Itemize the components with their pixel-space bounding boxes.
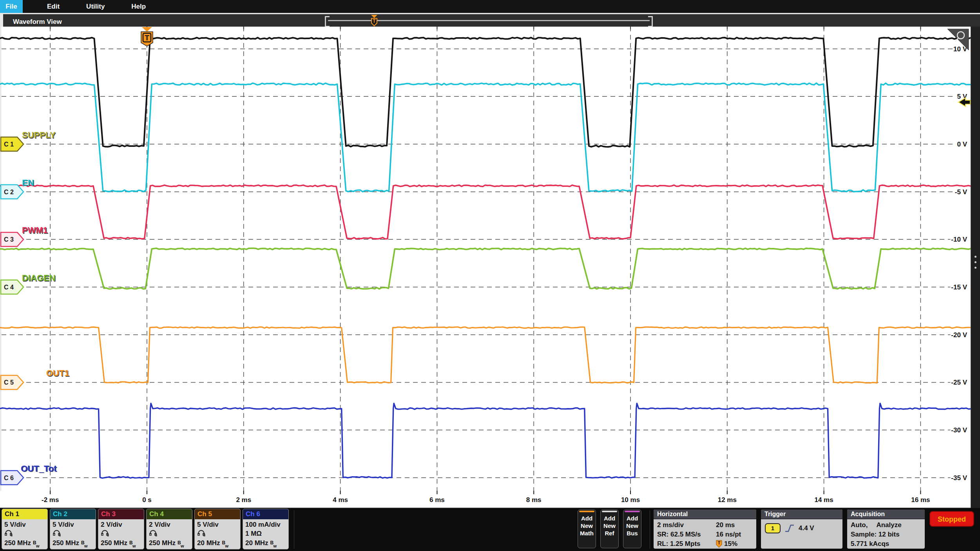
channel-scale: 100 mA/div (245, 520, 286, 529)
channel-scale: 5 V/div (53, 520, 93, 529)
waveform-plot[interactable]: C 1SUPPLYSUPPLYC 2ENENC 3PWM1PWM1C 4DIAG… (0, 27, 971, 508)
probe-icon (4, 529, 13, 537)
channel-badge-ch3[interactable]: Ch 32 V/div250 MHzBw (98, 509, 144, 549)
channel-label-SUPPLY: SUPPLY (22, 130, 56, 140)
channel-bandwidth: 20 MHzBw (245, 538, 286, 548)
tab-strip: Waveform View T (0, 13, 980, 27)
trigger-source-badge[interactable]: 1 (765, 523, 781, 533)
add-ref-line1: Add (601, 515, 618, 522)
channel-badge-label: Ch 5 (195, 509, 240, 519)
channel-badge-ch2[interactable]: Ch 25 V/div250 MHzBw (50, 509, 96, 549)
add-new-math-button[interactable]: Add New Math (578, 509, 596, 548)
bandwidth-limit-mark: Bw (222, 540, 228, 547)
channel-badge-ch5[interactable]: Ch 55 V/div20 MHzBw (194, 509, 241, 549)
bandwidth-limit-mark: Bw (178, 540, 184, 547)
bandwidth-limit-mark: Bw (81, 540, 87, 547)
channel-scale: 5 V/div (197, 520, 238, 529)
voltage-axis-label: -5 V (955, 188, 967, 196)
voltage-axis-label: -25 V (951, 379, 967, 386)
add-new-bus-button[interactable]: Add New Bus (623, 509, 641, 548)
svg-text:T: T (145, 34, 149, 42)
strip-handle-dot (975, 267, 976, 269)
probe-icon (149, 529, 158, 537)
trigger-panel-title: Trigger (761, 509, 842, 519)
right-scroll-strip[interactable] (971, 27, 980, 508)
bottom-bar: Ch 15 V/div250 MHzBw Ch 25 V/div250 MHzB… (0, 508, 980, 551)
channel-badge-ch4[interactable]: Ch 42 V/div250 MHzBw (146, 509, 192, 549)
voltage-axis-label: -10 V (951, 236, 967, 243)
run-stop-status-button[interactable]: Stopped (929, 511, 974, 527)
voltage-axis-label: -20 V (951, 331, 967, 339)
svg-text:T: T (373, 18, 376, 24)
probe-icon (101, 529, 109, 537)
channel-badge-label: Ch 1 (2, 509, 47, 519)
channel-bandwidth: 250 MHzBw (101, 538, 141, 548)
add-ref-line3: Ref (601, 529, 618, 537)
time-axis-label: 8 ms (526, 496, 542, 504)
trigger-level-value: 4.4 V (799, 524, 814, 532)
time-axis-label: 16 ms (911, 496, 930, 504)
channel-scale: 2 V/div (149, 520, 190, 529)
horizontal-window: 20 ms (716, 520, 755, 530)
strip-handle-dot (975, 261, 976, 263)
svg-text:C 1: C 1 (4, 141, 14, 148)
horizontal-scale: 2 ms/div (657, 520, 716, 530)
channel-scale: 5 V/div (4, 520, 45, 529)
add-math-line2: New (578, 522, 596, 529)
add-bus-line3: Bus (623, 529, 641, 537)
channel-scale: 2 V/div (101, 520, 141, 529)
voltage-axis-label: 0 V (957, 141, 967, 148)
bandwidth-limit-mark: Bw (270, 540, 277, 547)
sample-interval: 16 ns/pt (716, 530, 755, 539)
time-axis-label: 10 ms (621, 496, 640, 504)
svg-text:C 6: C 6 (4, 475, 14, 481)
channel-label-OUT1: OUT1 (46, 368, 69, 378)
channel-badge-label: Ch 6 (243, 509, 288, 519)
trigger-panel[interactable]: Trigger 1 4.4 V (761, 509, 842, 549)
svg-text:C 3: C 3 (4, 236, 14, 243)
acq-analyze: Analyze (876, 520, 901, 530)
acquisition-panel[interactable]: Acquisition Auto, Analyze Sample: 12 bit… (847, 509, 925, 549)
menu-help[interactable]: Help (123, 0, 154, 13)
add-math-line3: Math (578, 529, 596, 537)
acquisition-minimap[interactable]: T (325, 15, 653, 26)
add-new-ref-button[interactable]: Add New Ref (600, 509, 619, 548)
menu-file[interactable]: File (0, 0, 23, 13)
oscilloscope-app: File Edit Utility Help Waveform View T C… (0, 0, 980, 551)
channel-bandwidth: 250 MHzBw (149, 538, 190, 548)
separator (650, 510, 650, 549)
probe-icon (197, 529, 206, 537)
time-axis-label: 0 s (142, 496, 152, 504)
acq-mode: Auto, (851, 520, 868, 530)
svg-text:C 2: C 2 (4, 189, 14, 195)
time-axis-label: -2 ms (42, 496, 59, 504)
minimap-left-bracket (325, 16, 330, 27)
separator (294, 510, 294, 549)
channel-label-EN: EN (22, 178, 34, 188)
add-bus-line2: New (623, 522, 641, 529)
channel-label-OUT_Tot: OUT_Tot (21, 464, 57, 473)
acq-count: 5.771 kAcqs (851, 539, 925, 549)
channel-badge-label: Ch 4 (147, 509, 192, 519)
svg-text:C 5: C 5 (4, 379, 14, 386)
waveform-canvas[interactable]: C 1SUPPLYSUPPLYC 2ENENC 3PWM1PWM1C 4DIAG… (0, 27, 971, 507)
menu-edit[interactable]: Edit (38, 0, 68, 13)
channel-badge-label: Ch 2 (50, 509, 96, 519)
menu-utility[interactable]: Utility (78, 0, 113, 13)
trigger-position-pct: 15% (724, 539, 737, 549)
minimap-trigger-marker-icon[interactable]: T (370, 15, 379, 27)
minimap-right-bracket (648, 16, 653, 27)
impedance-value: 1 MΩ (245, 529, 286, 538)
bandwidth-limit-mark: Bw (33, 540, 39, 547)
rising-edge-icon (784, 524, 795, 533)
channel-badge-ch6[interactable]: Ch 6100 mA/div1 MΩ20 MHzBw (243, 509, 289, 549)
record-length: RL: 1.25 Mpts (657, 539, 716, 549)
channel-badge-ch1[interactable]: Ch 15 V/div250 MHzBw (2, 509, 48, 549)
acquisition-panel-title: Acquisition (847, 509, 925, 519)
ref-accent (602, 511, 617, 512)
channel-badge-label: Ch 3 (98, 509, 144, 519)
tab-title: Waveform View (13, 18, 62, 26)
horizontal-panel[interactable]: Horizontal 2 ms/div 20 ms SR: 62.5 MS/s … (654, 509, 756, 549)
add-bus-line1: Add (623, 515, 641, 522)
probe-icon (53, 529, 61, 537)
